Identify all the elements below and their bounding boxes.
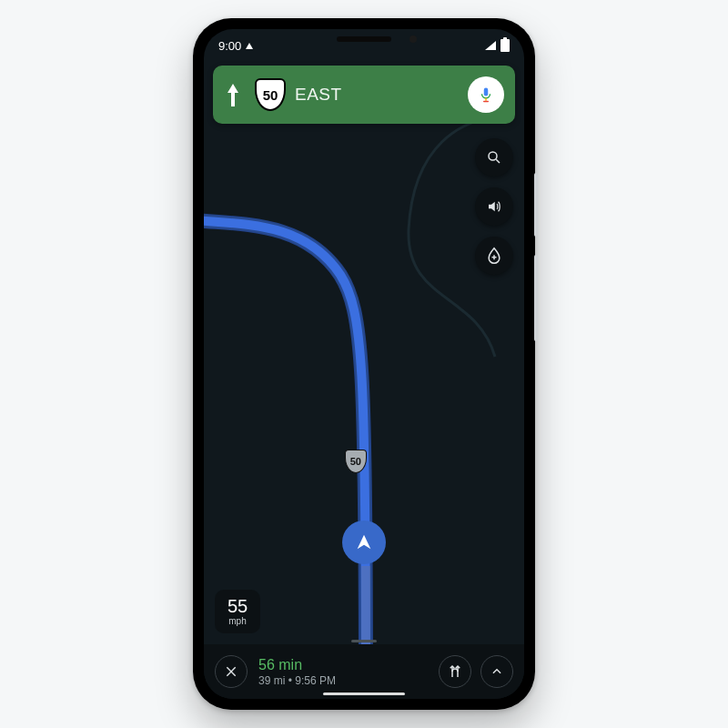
bottom-bar: 56 min 39 mi • 9:56 PM	[204, 644, 524, 699]
bottom-sheet-handle[interactable]	[351, 640, 377, 642]
speed-value: 55	[228, 597, 248, 615]
phone-frame: 9:00 50 EAST	[193, 18, 535, 710]
microphone-icon	[478, 86, 494, 103]
floating-button-column	[475, 138, 513, 275]
nav-arrow-icon	[354, 532, 374, 552]
eta-text: 56 min	[258, 656, 428, 674]
direction-text: EAST	[295, 85, 342, 105]
svg-line-4	[496, 159, 500, 163]
search-icon	[486, 149, 502, 166]
svg-point-3	[489, 152, 497, 160]
signal-icon	[485, 41, 496, 50]
trip-subtext: 39 mi • 9:56 PM	[258, 674, 428, 688]
svg-rect-1	[485, 98, 487, 101]
route-number: 50	[263, 87, 278, 103]
trip-info[interactable]: 56 min 39 mi • 9:56 PM	[258, 656, 428, 688]
speed-unit: mph	[228, 617, 246, 626]
front-camera	[410, 35, 417, 43]
expand-button[interactable]	[480, 655, 513, 688]
clock-text: 9:00	[218, 39, 241, 53]
status-bar: 9:00	[204, 29, 524, 62]
close-icon	[225, 665, 238, 678]
report-button[interactable]	[475, 237, 513, 275]
volume-button	[534, 255, 538, 341]
road-route-number: 50	[350, 456, 361, 467]
sound-button[interactable]	[475, 187, 513, 226]
report-icon	[485, 247, 503, 265]
earpiece	[337, 36, 391, 42]
close-button[interactable]	[215, 655, 248, 688]
speed-indicator: 55 mph	[215, 590, 260, 633]
screen: 9:00 50 EAST	[204, 29, 524, 699]
svg-rect-2	[483, 101, 489, 103]
route-shield: 50	[255, 78, 286, 111]
sound-icon	[486, 198, 502, 215]
svg-rect-0	[484, 88, 489, 96]
straight-arrow-icon	[224, 82, 242, 107]
battery-icon	[500, 39, 510, 52]
direction-banner[interactable]: 50 EAST	[213, 66, 515, 124]
alt-routes-button[interactable]	[439, 655, 471, 688]
voice-search-button[interactable]	[468, 76, 504, 113]
alt-routes-icon	[447, 663, 463, 680]
power-button	[534, 173, 538, 237]
search-button[interactable]	[475, 138, 513, 177]
home-indicator[interactable]	[323, 693, 405, 695]
nav-indicator-icon	[246, 43, 253, 49]
chevron-up-icon	[490, 665, 503, 678]
navigation-cursor	[342, 521, 386, 564]
